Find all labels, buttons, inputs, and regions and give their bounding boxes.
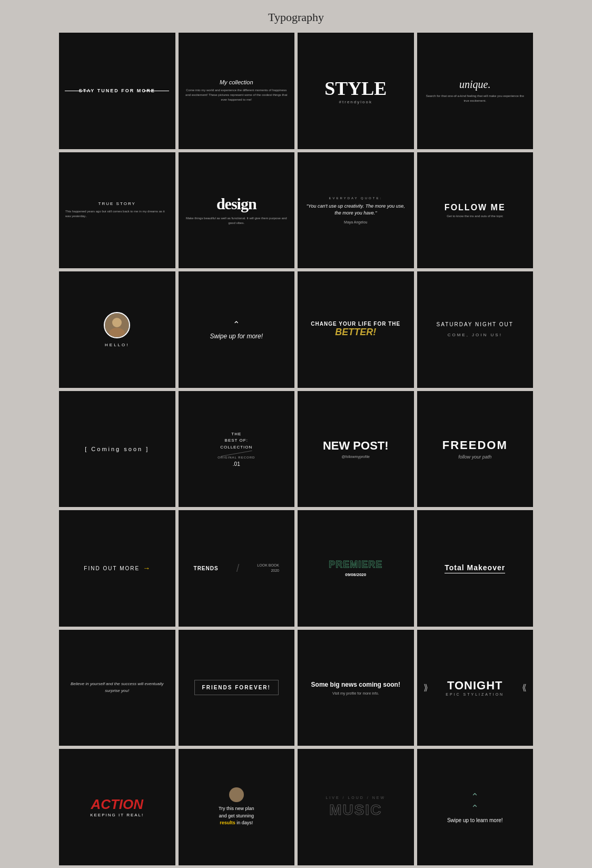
- card-swipe-learn: ⌃⌃ Swipe up to learn more!: [417, 749, 534, 865]
- swipe-learn-text: Swipe up to learn more!: [447, 817, 503, 823]
- card-music: LIVE / LOUD / NEW MUSIC: [298, 749, 414, 865]
- card-new-post: NEW POST! @followmyprofile: [298, 391, 414, 508]
- collection-num: .01: [233, 461, 240, 467]
- quote-author: Maya Angelou: [344, 220, 367, 224]
- follow-me-sub: Get to know the ins and outs of the topi…: [447, 214, 503, 218]
- svg-point-0: [112, 318, 122, 327]
- change-better: BETTER!: [335, 327, 376, 338]
- card-friends-forever: FRIENDS FOREVER!: [179, 630, 295, 746]
- line-right: [144, 91, 170, 91]
- design-word: design: [216, 195, 256, 213]
- follow-me-text: FOLLOW ME: [445, 203, 506, 212]
- makeover-text: Total Makeover: [445, 563, 505, 573]
- card-find-out: FIND OUT MORE →: [59, 510, 175, 627]
- arrow-icon: →: [143, 564, 150, 572]
- new-post-handle: @followmyprofile: [342, 455, 370, 459]
- card-stay-tuned: STAY TUNED FOR MORE: [59, 33, 175, 149]
- collection-body: Come into my world and experience the di…: [185, 88, 289, 102]
- card-saturday: SATURDAY NIGHT OUT COME, JOIN US!: [417, 271, 534, 388]
- card-trends: TRENDS / LOOK BOOK 2020: [179, 510, 295, 627]
- saturday-title: SATURDAY NIGHT OUT: [437, 321, 514, 327]
- card-follow: FOLLOW ME Get to know the ins and outs o…: [417, 152, 534, 269]
- friends-text: FRIENDS FOREVER!: [202, 685, 271, 690]
- style-word: STYLE: [324, 77, 387, 100]
- tonight-sub: EPIC STYLIZATION: [446, 693, 504, 696]
- card-change-life: CHANGE YOUR LIFE FOR THE BETTER!: [298, 271, 414, 388]
- card-action: ACTION KEEPING IT REAL!: [59, 749, 175, 865]
- coming-soon-text: [ Coming soon ]: [85, 446, 149, 452]
- saturday-sub: COME, JOIN US!: [448, 333, 502, 337]
- original-record: ORIGINAL RECORD: [218, 456, 255, 459]
- freedom-text: FREEDOM: [442, 438, 508, 452]
- card-tonight: ⟫ TONIGHT EPIC STYLIZATION ⟪: [417, 630, 534, 746]
- quote-text: "You can't use up creativity. The more y…: [304, 203, 408, 217]
- believe-text: Believe in yourself and the success will…: [65, 681, 169, 695]
- news-title: Some big news coming soon!: [311, 680, 400, 689]
- find-out-text: FIND OUT MORE: [84, 565, 140, 571]
- card-style: STYLE #trendylook: [298, 33, 414, 149]
- card-freedom: FREEDOM follow your path: [417, 391, 534, 508]
- avatar: [104, 312, 130, 338]
- card-total-makeover: Total Makeover: [417, 510, 534, 627]
- typography-grid: STAY TUNED FOR MORE My collection Come i…: [59, 33, 533, 868]
- page-title: Typography: [11, 11, 581, 24]
- unique-body: Search for that one-of-a-kind feeling th…: [423, 94, 527, 103]
- swipe-chevron-icon: ⌃: [233, 319, 240, 329]
- line-left: [65, 91, 91, 91]
- tonight-right-chevron: ⟪: [522, 682, 527, 693]
- trends-slash: /: [236, 562, 240, 574]
- design-sub: Make things beautiful as well as functio…: [185, 216, 289, 226]
- quote-label: EVERYDAY QUOTE:: [329, 197, 382, 200]
- card-hello: HELLO!: [59, 271, 175, 388]
- card-true-story: TRUE STORY This happened years ago but s…: [59, 152, 175, 269]
- plan-avatar: [229, 787, 244, 802]
- friends-box: FRIENDS FOREVER!: [194, 680, 279, 695]
- card-design: design Make things beautiful as well as …: [179, 152, 295, 269]
- card-premiere: PREMIERE 09/08/2020: [298, 510, 414, 627]
- trends-left: TRENDS: [194, 565, 219, 571]
- premiere-word: PREMIERE: [329, 559, 382, 570]
- swipe-text: Swipe up for more!: [210, 333, 263, 340]
- unique-word: unique.: [459, 79, 490, 91]
- new-post-text: NEW POST!: [323, 439, 389, 453]
- trends-right: LOOK BOOK 2020: [257, 563, 279, 574]
- premiere-date: 09/08/2020: [345, 572, 366, 577]
- freedom-italic: follow your path: [458, 454, 491, 460]
- card-collection: My collection Come into my world and exp…: [179, 33, 295, 149]
- true-story-body: This happened years ago but still comes …: [65, 209, 169, 219]
- plan-text: Try this new planand get stunningresults…: [219, 805, 254, 827]
- hello-label: HELLO!: [105, 343, 129, 347]
- action-text: ACTION: [91, 796, 143, 813]
- card-quote: EVERYDAY QUOTE: "You can't use up creati…: [298, 152, 414, 269]
- music-word: MUSIC: [329, 802, 382, 818]
- tonight-left-chevron: ⟫: [423, 682, 428, 693]
- collection-title: My collection: [220, 79, 253, 85]
- card-big-news: Some big news coming soon! Visit my prof…: [298, 630, 414, 746]
- news-sub: Visit my profile for more info.: [332, 691, 379, 695]
- true-story-label: TRUE STORY: [98, 201, 136, 206]
- card-believe: Believe in yourself and the success will…: [59, 630, 175, 746]
- card-best-collection: THE BEST OF: COLLECTION ORIGINAL RECORD …: [179, 391, 295, 508]
- tonight-text: TONIGHT: [447, 679, 503, 693]
- best-of-text: THE BEST OF: COLLECTION: [220, 431, 252, 451]
- card-swipe-up: ⌃ Swipe up for more!: [179, 271, 295, 388]
- action-sub: KEEPING IT REAL!: [90, 813, 144, 817]
- style-hashtag: #trendylook: [339, 100, 372, 104]
- card-plan: Try this new planand get stunningresults…: [179, 749, 295, 865]
- card-coming-soon: [ Coming soon ]: [59, 391, 175, 508]
- music-label: LIVE / LOUD / NEW: [325, 796, 386, 799]
- card-unique: unique. Search for that one-of-a-kind fe…: [417, 33, 534, 149]
- change-top: CHANGE YOUR LIFE FOR THE: [311, 321, 400, 327]
- swipe-learn-chevrons: ⌃⌃: [471, 791, 479, 814]
